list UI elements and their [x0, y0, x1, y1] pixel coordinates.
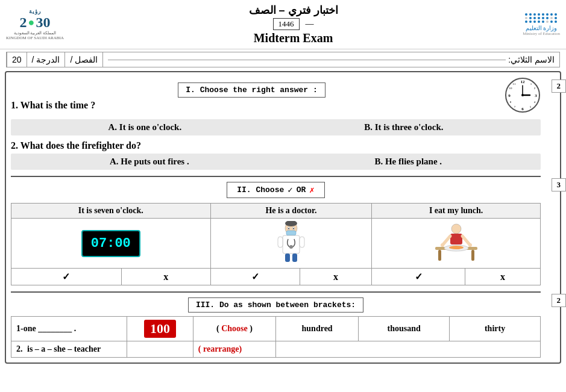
ministry-sub: Ministry of Education [523, 31, 560, 36]
row2-bracket: ( rearrange) [193, 341, 275, 358]
svg-text:9: 9 [508, 93, 511, 98]
year-line: 1446 — [64, 18, 523, 30]
bracket-close: ) [250, 324, 253, 333]
svg-text:6: 6 [521, 107, 524, 111]
row2-label: 2. is – a – she – teacher [11, 341, 127, 358]
svg-point-34 [451, 224, 461, 234]
ministry-dots [525, 13, 558, 23]
midterm-label: Midterm Exam [64, 31, 523, 45]
slash1: / [70, 55, 72, 64]
exam-title-ar: اختبار فتري – الصف [64, 4, 523, 17]
q2-answer-a: A. He puts out fires . [110, 157, 189, 167]
lunch-svg [432, 223, 480, 262]
class-label: الفصل [75, 55, 98, 64]
col2-img-cell [210, 219, 372, 269]
grade-cell: الدرجة / [27, 52, 65, 67]
section-i-top: I. Choose the right answer : 1. What is … [11, 77, 541, 116]
ii-check-row: ✓ x ✓ x ✓ x [11, 269, 541, 285]
svg-point-24 [289, 245, 293, 249]
bracket-open: ( [216, 324, 219, 333]
score-cell: 20 [7, 52, 27, 67]
check-icon: ✓ [288, 185, 292, 195]
header: رؤية 2 ● 30 المملكة العربية السعودية KIN… [0, 0, 566, 49]
info-bar: الاسم الثلاثي: الفصل / الدرجة / 20 [6, 52, 560, 67]
section-iii-instruction: III. Do as shown between brackets: [188, 297, 363, 313]
ii-header-row: It is seven o'clock. He is a doctor. I e… [11, 204, 541, 219]
col2-x[interactable]: x [300, 269, 372, 285]
main-content: I. Choose the right answer : 1. What is … [5, 71, 561, 364]
score-value: 20 [12, 55, 22, 64]
vision-sub2: KINGDOM OF SAUDI ARABIA [6, 36, 64, 40]
page: رؤية 2 ● 30 المملكة العربية السعودية KIN… [0, 0, 566, 364]
col3-x[interactable]: x [465, 269, 540, 285]
header-right: وزارة التعليم Ministry of Education [523, 13, 560, 36]
col3-img-cell [372, 219, 541, 269]
doctor-svg [273, 221, 309, 263]
section-iii-wrapper: III. Do as shown between brackets: 1-one… [11, 291, 555, 358]
svg-rect-31 [471, 250, 474, 261]
svg-point-15 [521, 94, 524, 96]
clock-svg: 12 3 6 9 1 2 4 5 7 8 10 11 [505, 77, 541, 113]
col1-img-cell: 07:00 [11, 219, 211, 269]
section-iii-table: 1-one ________ . 100 ( Choose ) hundred [11, 316, 541, 358]
col2-header: He is a doctor. [210, 204, 372, 219]
section-ii-or: OR [297, 185, 306, 194]
col1-check[interactable]: ✓ [11, 269, 122, 285]
iii-row2: 2. is – a – she – teacher ( rearrange) [11, 341, 541, 358]
x-icon: ✗ [309, 185, 314, 195]
section-ii-badge: 3 [552, 178, 567, 191]
section-iii-badge: 2 [552, 294, 567, 307]
choose-label: Choose [221, 324, 248, 333]
section-i: I. Choose the right answer : 1. What is … [11, 77, 541, 170]
q2-answers: A. He puts out fires . B. He flies plane… [11, 154, 541, 170]
grade-label: الدرجة [36, 55, 60, 64]
name-label: الاسم الثلاثي: [508, 55, 555, 64]
section-ii: II. Choose ✓ OR ✗ It is seven o'clock. H… [11, 176, 541, 285]
q1-answer-b: B. It is three o'clock. [364, 122, 443, 132]
vision-text: رؤية [29, 8, 41, 14]
q2-question: 2. What does the firefighter do? [11, 140, 541, 151]
vision-sub1: المملكة العربية السعودية [14, 31, 57, 36]
col2-check[interactable]: ✓ [210, 269, 300, 285]
section-i-instruction: I. Choose the right answer : [178, 82, 325, 98]
ministry-text: وزارة التعليم [526, 25, 558, 31]
svg-point-21 [293, 228, 294, 229]
col3-header: I eat my lunch. [372, 204, 541, 219]
digital-clock: 07:00 [81, 230, 140, 257]
svg-rect-23 [283, 235, 300, 254]
svg-rect-25 [278, 237, 283, 247]
ii-img-row: 07:00 [11, 219, 541, 269]
section-ii-header: II. Choose ✓ OR ✗ [11, 182, 541, 198]
class-cell: الفصل / [64, 52, 102, 67]
svg-text:10: 10 [509, 87, 513, 90]
svg-point-39 [468, 243, 472, 247]
svg-point-38 [441, 243, 444, 247]
q1-question: 1. What is the time ? [11, 100, 492, 111]
row1-hundred: hundred [276, 317, 359, 341]
row1-thirty: thirty [450, 317, 541, 341]
svg-rect-28 [292, 254, 297, 262]
name-cell: الاسم الثلاثي: [102, 52, 559, 67]
svg-rect-30 [438, 250, 441, 261]
col1-x[interactable]: x [121, 269, 210, 285]
q1-text: I. Choose the right answer : 1. What is … [11, 82, 492, 111]
section-ii-prefix: II. Choose [237, 185, 284, 194]
svg-point-20 [288, 228, 289, 229]
col1-header: It is seven o'clock. [11, 204, 211, 219]
row1-thousand: thousand [359, 317, 450, 341]
svg-text:11: 11 [513, 82, 516, 86]
vision-2-text: 2 [20, 14, 27, 31]
svg-rect-22 [286, 231, 296, 235]
clock-container: 12 3 6 9 1 2 4 5 7 8 10 11 [505, 77, 541, 116]
vision-30-text: 30 [36, 14, 50, 31]
svg-rect-27 [285, 254, 290, 262]
q1-answers: A. It is one o'clock. B. It is three o'c… [11, 119, 541, 135]
svg-rect-35 [450, 234, 462, 244]
col3-check[interactable]: ✓ [372, 269, 465, 285]
section-iii-header: III. Do as shown between brackets: [11, 297, 541, 313]
section-i-wrapper: I. Choose the right answer : 1. What is … [11, 77, 555, 170]
section-ii-table: It is seven o'clock. He is a doctor. I e… [11, 203, 541, 285]
row1-hundred-img: 100 [127, 317, 193, 341]
vision-circle: ● [28, 16, 35, 29]
svg-line-37 [462, 236, 470, 244]
